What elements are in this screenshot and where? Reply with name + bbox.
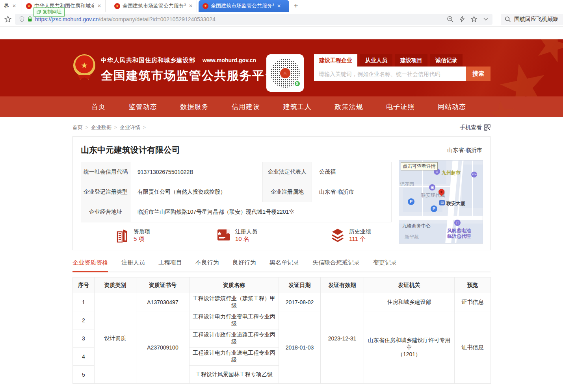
stat-registered-personnel[interactable]: 注册人员10 名 xyxy=(216,228,257,243)
row-number: 5 xyxy=(73,366,95,384)
company-location-map[interactable]: 点击可查看详情 ⌂ 九州超市 ATM 记花园 ▣ 联安现代城 ▤ 联安大厦 P … xyxy=(399,160,483,244)
main-navigation: 首页 监管动态 数据服务 信用建设 建筑工人 政策法规 电子证照 网站动态 xyxy=(0,96,563,117)
tab-close-icon[interactable]: ✕ xyxy=(189,3,193,9)
nav-item-home[interactable]: 首页 xyxy=(91,102,106,111)
field-label: 企业法定代表人 xyxy=(263,162,312,182)
qualification-name: 工程设计电力行业送电工程专业丙级 xyxy=(190,348,279,366)
https-lock-icon[interactable] xyxy=(28,16,32,22)
certificate-info-link[interactable]: 证书信息 xyxy=(455,293,491,311)
nav-item-workers[interactable]: 建筑工人 xyxy=(283,102,312,111)
wechat-icon: S xyxy=(294,80,301,87)
reg-type-value: 有限责任公司（自然人投资或控股） xyxy=(130,182,263,202)
search-tab-credit[interactable]: 诚信记录 xyxy=(430,54,463,67)
company-stats: 资质项5 项 注册人员10 名 历史业绩111 个 xyxy=(81,228,391,243)
cert-number: A137030497 xyxy=(136,293,190,311)
field-label: 企业登记注册类型 xyxy=(81,182,130,202)
national-emblem-logo: ★ xyxy=(73,54,95,81)
atm-poi-icon: ATM xyxy=(471,172,477,178)
bookmark-star-icon[interactable] xyxy=(4,15,12,23)
qualification-name: 工程设计市政行业道路工程专业丙级 xyxy=(190,329,279,348)
qualification-category: 设计资质 xyxy=(95,293,136,384)
field-label: 统一社会信用代码 xyxy=(81,162,130,182)
valid-until: 2023-12-31 xyxy=(321,293,364,384)
tab-projects[interactable]: 工程项目 xyxy=(158,259,182,272)
nav-item-data-service[interactable]: 数据服务 xyxy=(180,102,208,111)
issuer: 住房和城乡建设部 xyxy=(364,293,455,311)
nav-item-site-news[interactable]: 网站动态 xyxy=(438,102,466,111)
map-label-business-center: 九峰商务中心 xyxy=(402,223,431,229)
tab-good-behavior[interactable]: 良好行为 xyxy=(232,259,256,272)
qualification-table: 序号 资质类别 资质证书号 资质名称 发证日期 发证有效期 发证机关 预览 1 … xyxy=(72,277,491,384)
search-tab-project[interactable]: 建设项目 xyxy=(395,54,427,67)
breadcrumb-company-data[interactable]: 企业数据 xyxy=(91,124,111,131)
favorite-star-icon[interactable] xyxy=(470,16,478,23)
row-number: 4 xyxy=(73,348,95,366)
search-tab-enterprise[interactable]: 建设工程企业 xyxy=(314,54,357,67)
parking-icon: P xyxy=(408,198,414,205)
map-label-tower: 联安大厦 xyxy=(446,200,465,207)
lightning-icon[interactable] xyxy=(459,16,465,22)
search-button[interactable]: 搜索 xyxy=(466,67,491,81)
stat-qualifications[interactable]: 资质项5 项 xyxy=(115,228,150,243)
zoom-out-icon[interactable] xyxy=(447,16,454,23)
battery-poi-icon: ▢ xyxy=(454,220,461,226)
map-label-xinhuayuan: 新华苑 xyxy=(405,234,419,240)
credit-code-value: 91371302675501022B xyxy=(130,162,263,182)
detail-section-tabs: 企业资质资格 注册人员 工程项目 不良行为 良好行为 黑名单记录 失信联合惩戒记… xyxy=(72,259,491,272)
nav-item-supervision[interactable]: 监管动态 xyxy=(129,102,157,111)
tab-close-icon[interactable]: ✕ xyxy=(97,3,101,9)
issuer: 山东省住房和城乡建设厅许可专用章（1201） xyxy=(364,311,455,384)
address-bar[interactable]: https://jzsc.mohurd.gov.cn/data/company/… xyxy=(15,14,492,25)
tab-qualifications[interactable]: 企业资质资格 xyxy=(72,259,108,272)
tower-poi-icon: ▤ xyxy=(439,200,445,205)
breadcrumb-home[interactable]: 首页 xyxy=(72,124,83,131)
tab-change-records[interactable]: 变更记录 xyxy=(373,259,397,272)
legal-rep-value: 公茂福 xyxy=(312,162,392,182)
search-icon xyxy=(505,16,511,22)
breadcrumb-company-detail[interactable]: 企业详情 xyxy=(120,124,140,131)
nav-item-credit[interactable]: 信用建设 xyxy=(232,102,260,111)
browser-tab-jzsc-active[interactable]: ★ 全国建筑市场监管公共服务平台 ✕ xyxy=(199,0,289,12)
issue-date: 2017-08-02 xyxy=(279,293,321,311)
search-tab-personnel[interactable]: 从业人员 xyxy=(360,54,392,67)
shield-permission-icon[interactable] xyxy=(19,16,25,22)
qualification-name: 工程设计风景园林工程专项乙级 xyxy=(190,366,279,384)
platform-title: 全国建筑市场监管公共服务平台 xyxy=(101,68,277,84)
certificate-icon xyxy=(216,228,231,242)
ministry-site-url: www.mohurd.gov.cn xyxy=(203,57,256,63)
field-label: 企业经营地址 xyxy=(81,202,130,222)
nav-item-ecert[interactable]: 电子证照 xyxy=(386,102,414,111)
url-text[interactable]: https://jzsc.mohurd.gov.cn/data/company/… xyxy=(35,16,216,22)
mobile-view[interactable]: 手机查看 xyxy=(460,124,491,131)
keyword-search-input[interactable] xyxy=(314,67,466,81)
cert-number: A237009100 xyxy=(136,311,190,384)
issue-date: 2018-01-03 xyxy=(279,311,321,384)
company-name: 山东中元建筑设计有限公司 xyxy=(81,144,180,155)
ministry-name: 中华人民共和国住房和城乡建设部 xyxy=(101,57,195,63)
map-label-supermarket: 九州超市 xyxy=(442,170,461,176)
map-label-garden: 记花园 xyxy=(400,181,414,188)
chevron-down-icon[interactable] xyxy=(483,17,489,21)
stat-history-performance[interactable]: 历史业绩111 个 xyxy=(330,228,371,243)
platform-search: 建设工程企业 从业人员 建设项目 诚信记录 搜索 xyxy=(314,54,491,81)
map-label-battery-2: 临沂总代理 xyxy=(447,233,471,240)
copy-icon xyxy=(37,10,41,14)
tab-bad-behavior[interactable]: 不良行为 xyxy=(195,259,219,272)
certificate-info-link[interactable]: 证书信息 xyxy=(455,311,491,384)
site-favicon-icon: ★ xyxy=(26,3,32,9)
tab-registered-personnel[interactable]: 注册人员 xyxy=(121,259,145,272)
site-header: ★ 中华人民共和国住房和城乡建设部www.mohurd.gov.cn 全国建筑市… xyxy=(0,39,563,96)
company-info-table: 统一社会信用代码 91371302675501022B 企业法定代表人 公茂福 … xyxy=(81,162,392,222)
tab-close-icon[interactable]: ✕ xyxy=(12,3,16,9)
tab-close-icon[interactable]: ✕ xyxy=(277,3,281,9)
browser-tab-overflow[interactable]: 界 ✕ xyxy=(0,0,22,12)
tab-dishonesty[interactable]: 失信联合惩戒记录 xyxy=(312,259,360,272)
qr-dots: ⌂ S xyxy=(271,59,300,88)
table-header-row: 序号 资质类别 资质证书号 资质名称 发证日期 发证有效期 发证机关 预览 xyxy=(73,277,491,293)
new-tab-button[interactable]: + xyxy=(289,0,303,12)
browser-tab-jzsc-1[interactable]: ★ 全国建筑市场监管公共服务平台 ✕ xyxy=(110,0,197,12)
browser-quick-search[interactable]: 国航回应飞机颠簸 xyxy=(501,14,563,25)
tab-blacklist[interactable]: 黑名单记录 xyxy=(269,259,299,272)
nav-item-policy[interactable]: 政策法规 xyxy=(335,102,363,111)
page-top-whitespace xyxy=(0,27,563,39)
